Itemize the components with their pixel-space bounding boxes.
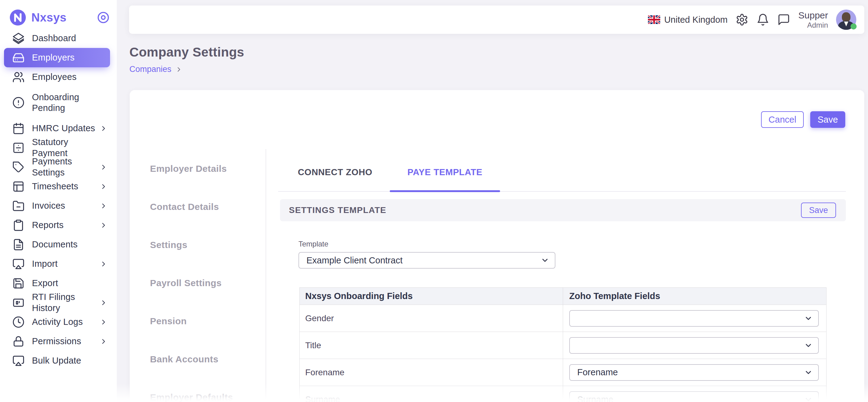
chevron-right-icon — [100, 318, 107, 326]
section-nav-bank-accounts[interactable]: Bank Accounts — [150, 354, 264, 365]
template-select-value: Example Client Contract — [306, 255, 403, 266]
sidebar-item-permissions[interactable]: Permissions — [0, 332, 117, 351]
chevron-down-icon — [804, 341, 813, 350]
sidebar-item-label: Onboarding Pending — [32, 92, 98, 114]
sidebar-item-label: Dashboard — [32, 33, 98, 44]
chat-icon[interactable] — [777, 13, 790, 26]
sidebar-item-label: Timesheets — [32, 181, 98, 192]
section-nav-settings[interactable]: Settings — [150, 240, 264, 251]
user-name: Supper — [798, 10, 828, 21]
page-title: Company Settings — [129, 45, 244, 60]
surname-mapping-select[interactable]: Surname — [569, 391, 819, 402]
sidebar-item-export[interactable]: Export — [0, 274, 117, 293]
brand-header: Nxsys — [9, 9, 110, 26]
page-head: Company Settings Companies — [129, 45, 244, 74]
template-select[interactable]: Example Client Contract — [299, 252, 555, 269]
sidebar-item-reports[interactable]: Reports — [0, 215, 117, 235]
tab-connect-zoho[interactable]: CONNECT ZOHO — [280, 153, 390, 191]
section-nav-employer-details[interactable]: Employer Details — [150, 163, 264, 175]
sidebar-item-label: Payments Settings — [32, 156, 98, 178]
users-icon — [12, 71, 25, 83]
table-row-surname: Surname Surname — [300, 386, 826, 402]
sidebar-item-label: Activity Logs — [32, 316, 98, 327]
company-section-nav: Employer Details Contact Details Setting… — [150, 163, 264, 402]
sidebar-item-employers[interactable]: Employers — [4, 48, 110, 67]
sidebar-item-label: RTI Filings History — [32, 292, 98, 313]
company-settings-card: Cancel Save Employer Details Contact Det… — [130, 90, 864, 402]
topbar: United Kingdom Supper Admin — [129, 5, 864, 34]
uk-flag-icon — [648, 16, 660, 24]
sidebar-item-label: Invoices — [32, 200, 98, 211]
section-nav-payroll-settings[interactable]: Payroll Settings — [150, 278, 264, 289]
tabs: CONNECT ZOHO PAYE TEMPLATE — [278, 153, 846, 192]
sidebar-item-bulk-update[interactable]: Bulk Update — [0, 351, 117, 370]
title-mapping-select[interactable] — [569, 337, 819, 354]
user-menu[interactable]: Supper Admin — [798, 10, 828, 30]
chevron-right-icon — [100, 202, 107, 210]
alert-circle-icon — [12, 96, 25, 109]
airplay-icon — [12, 355, 25, 367]
section-nav-employer-defaults[interactable]: Employer Defaults — [150, 392, 264, 402]
chevron-right-icon — [100, 337, 107, 345]
airplay-icon — [12, 258, 25, 270]
gender-mapping-select[interactable] — [569, 310, 819, 327]
sidebar-pin-toggle-icon[interactable] — [96, 11, 110, 24]
tab-paye-template[interactable]: PAYE TEMPLATE — [390, 153, 500, 191]
country-name: United Kingdom — [664, 15, 727, 25]
field-name: Surname — [300, 386, 563, 402]
sidebar-item-payments-settings[interactable]: Payments Settings — [0, 157, 117, 177]
sidebar-item-rti-filings-history[interactable]: RTI Filings History — [0, 293, 117, 312]
chevron-down-icon — [541, 256, 549, 265]
card-icon — [12, 297, 25, 309]
sidebar-item-statutory-payment[interactable]: Statutory Payment — [0, 138, 117, 157]
table-row-gender: Gender — [300, 305, 826, 332]
sidebar-menu: Dashboard Employers Employees Onboarding… — [0, 29, 117, 370]
avatar[interactable] — [836, 9, 856, 30]
select-value: Forename — [577, 367, 618, 377]
column-header-zoho: Zoho Template Fields — [563, 288, 826, 305]
field-name: Gender — [300, 305, 563, 332]
sidebar-item-label: Bulk Update — [32, 355, 98, 366]
gear-icon[interactable] — [736, 13, 748, 26]
chevron-right-icon — [100, 260, 107, 268]
sidebar-item-activity-logs[interactable]: Activity Logs — [0, 312, 117, 332]
chevron-right-icon — [175, 66, 183, 73]
sidebar-item-label: Documents — [32, 239, 98, 250]
sidebar-item-timesheets[interactable]: Timesheets — [0, 177, 117, 196]
chevron-right-icon — [100, 299, 107, 307]
clipboard-icon — [12, 219, 25, 231]
section-nav-contact-details[interactable]: Contact Details — [150, 202, 264, 213]
chevron-right-icon — [100, 221, 107, 229]
chevron-down-icon — [804, 314, 813, 323]
clock-icon — [12, 316, 25, 328]
lock-icon — [12, 335, 25, 348]
sidebar-item-dashboard[interactable]: Dashboard — [0, 29, 117, 48]
table-row-title: Title — [300, 332, 826, 359]
field-name: Title — [300, 332, 563, 359]
select-value: Surname — [577, 395, 614, 402]
save-icon — [12, 277, 25, 289]
user-role: Admin — [798, 21, 828, 30]
bell-icon[interactable] — [756, 13, 769, 26]
sidebar-item-documents[interactable]: Documents — [0, 235, 117, 254]
calendar-icon — [12, 122, 25, 134]
table-row-forename: Forename Forename — [300, 359, 826, 386]
template-save-button[interactable]: Save — [801, 203, 836, 218]
sidebar-item-hmrc-updates[interactable]: HMRC Updates — [0, 119, 117, 138]
country-selector[interactable]: United Kingdom — [648, 15, 727, 25]
hard-drive-icon — [12, 52, 25, 64]
sidebar-item-invoices[interactable]: Invoices — [0, 196, 117, 215]
sidebar-item-onboarding-pending[interactable]: Onboarding Pending — [0, 87, 117, 119]
section-divider — [266, 149, 266, 402]
forename-mapping-select[interactable]: Forename — [569, 364, 819, 381]
field-mapping-table: Nxsys Onboarding Fields Zoho Template Fi… — [299, 287, 827, 402]
section-nav-pension[interactable]: Pension — [150, 316, 264, 327]
layers-icon — [12, 32, 25, 44]
sidebar-item-label: Statutory Payment — [32, 137, 98, 159]
breadcrumb-companies-link[interactable]: Companies — [129, 65, 172, 74]
sidebar-item-label: Reports — [32, 220, 98, 230]
sidebar-item-import[interactable]: Import — [0, 254, 117, 274]
file-text-icon — [12, 239, 25, 251]
column-header-nxsys: Nxsys Onboarding Fields — [300, 288, 563, 305]
sidebar-item-employees[interactable]: Employees — [0, 67, 117, 87]
